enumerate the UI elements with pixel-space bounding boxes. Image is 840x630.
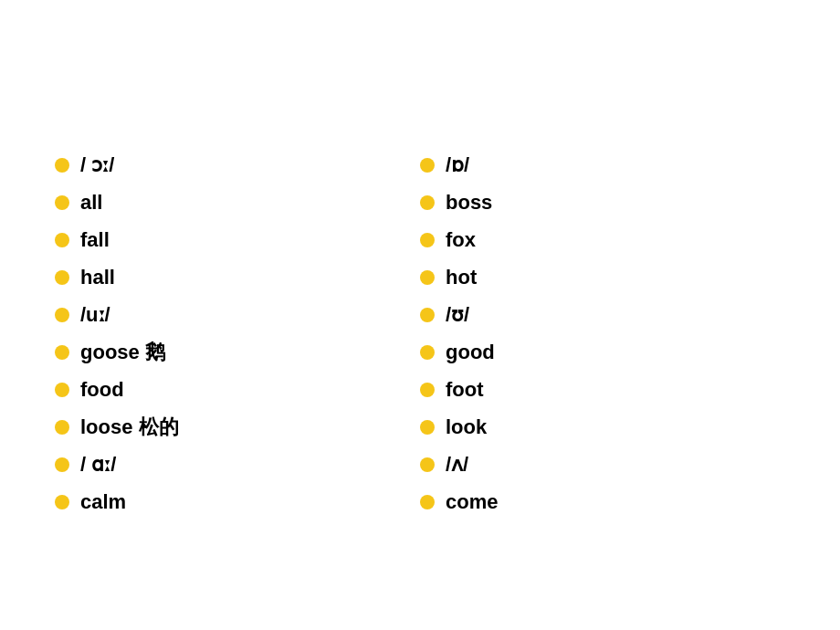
list-item: food	[55, 371, 420, 408]
list-item: loose 松的	[55, 408, 420, 446]
item-text: come	[446, 487, 498, 517]
bullet-icon	[55, 495, 69, 509]
list-item: come	[420, 483, 785, 520]
item-text: hot	[446, 262, 477, 292]
item-text: boss	[446, 187, 492, 217]
left-column: / ɔː/allfallhall/uː/goose 鹅foodloose 松的/…	[55, 146, 420, 575]
bullet-icon	[55, 383, 69, 397]
item-text: foot	[446, 374, 484, 404]
item-text: /ʊ/	[446, 299, 469, 330]
bullet-icon	[420, 345, 435, 360]
list-item: fox	[420, 221, 785, 258]
item-text: /ʌ/	[446, 449, 468, 479]
list-item: good	[420, 333, 785, 371]
item-text: look	[446, 412, 487, 442]
list-item: /uː/	[55, 296, 420, 333]
item-text: calm	[80, 487, 126, 517]
item-text: all	[80, 187, 102, 217]
item-text: fall	[80, 225, 110, 255]
bullet-icon	[55, 420, 69, 435]
right-column: /ɒ/bossfoxhot/ʊ/goodfootlook/ʌ/come	[420, 146, 785, 575]
bullet-icon	[420, 308, 435, 322]
bullet-icon	[55, 457, 69, 472]
list-item: /ɒ/	[420, 146, 785, 184]
item-text: hall	[80, 262, 115, 292]
list-item: hall	[55, 258, 420, 296]
list-item: / ɑː/	[55, 446, 420, 483]
bullet-icon	[420, 270, 435, 285]
list-item: fall	[55, 221, 420, 258]
list-item: calm	[55, 483, 420, 520]
list-item: /ʌ/	[420, 446, 785, 483]
list-item: /ʊ/	[420, 296, 785, 333]
list-item: hot	[420, 258, 785, 296]
bullet-icon	[420, 457, 435, 472]
item-text: / ɑː/	[80, 449, 116, 479]
list-item: boss	[420, 184, 785, 221]
bullet-icon	[420, 195, 435, 210]
item-text: /ɒ/	[446, 150, 469, 180]
item-text: / ɔː/	[80, 150, 114, 180]
list-item: / ɔː/	[55, 146, 420, 184]
item-text: loose 松的	[80, 412, 179, 442]
bullet-icon	[420, 233, 435, 247]
bullet-icon	[55, 158, 69, 173]
bullet-icon	[55, 270, 69, 285]
bullet-icon	[55, 195, 69, 210]
list-item: all	[55, 184, 420, 221]
bullet-icon	[55, 345, 69, 360]
bullet-icon	[420, 158, 435, 173]
list-item: look	[420, 408, 785, 446]
bullet-icon	[420, 383, 435, 397]
item-text: /uː/	[80, 299, 110, 330]
item-text: food	[80, 374, 124, 404]
list-item: goose 鹅	[55, 333, 420, 371]
item-text: good	[446, 337, 495, 367]
bullet-icon	[420, 420, 435, 435]
bullet-icon	[55, 308, 69, 322]
main-container: / ɔː/allfallhall/uː/goose 鹅foodloose 松的/…	[0, 0, 840, 630]
item-text: fox	[446, 225, 476, 255]
bullet-icon	[55, 233, 69, 247]
item-text: goose 鹅	[80, 337, 165, 367]
bullet-icon	[420, 495, 435, 509]
list-item: foot	[420, 371, 785, 408]
